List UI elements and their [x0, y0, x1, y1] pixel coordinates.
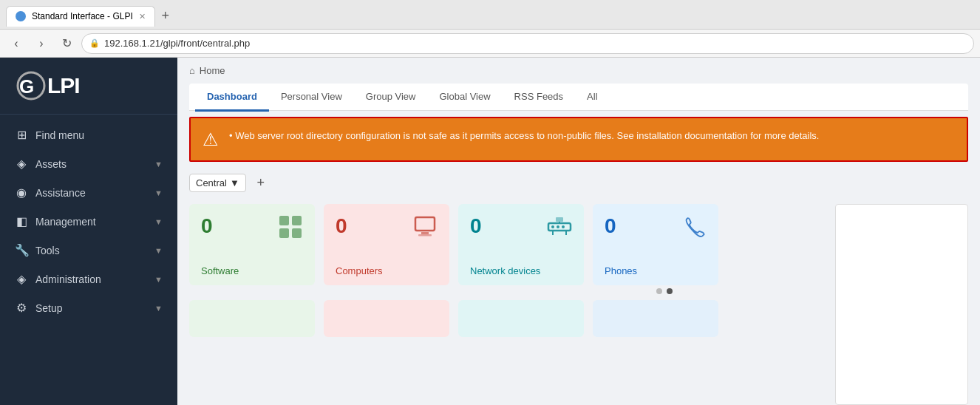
phones-label: Phones	[605, 265, 707, 276]
address-bar-row: ‹ › ↻ 🔒 192.168.1.21/glpi/front/central.…	[0, 30, 980, 58]
add-dashboard-button[interactable]: +	[252, 174, 270, 192]
carousel-dot[interactable]	[656, 288, 662, 294]
tab-favicon	[16, 11, 26, 21]
breadcrumb-label: Home	[200, 65, 225, 76]
setup-icon: ⚙	[15, 301, 28, 315]
right-panel	[835, 204, 968, 405]
sidebar: G LPI ⊞ Find menu ◈ Assets ▼	[0, 58, 177, 405]
tab-rss-feeds[interactable]: RSS Feeds	[503, 84, 575, 112]
svg-rect-13	[556, 217, 563, 222]
card-computers[interactable]: 0 Computers	[324, 204, 449, 285]
svg-point-11	[557, 225, 559, 228]
cards-grid: 0 Software 0	[177, 198, 835, 285]
dashboard-select[interactable]: Central ▼	[189, 174, 246, 192]
sidebar-item-management[interactable]: ◧ Management ▼	[0, 207, 177, 236]
logo-text: LPI	[47, 73, 80, 98]
sidebar-item-label: Management	[35, 216, 96, 228]
sidebar-item-label: Assistance	[35, 187, 86, 199]
bottom-card-blue[interactable]	[593, 300, 718, 337]
computers-label: Computers	[336, 265, 438, 276]
tab-personal-view[interactable]: Personal View	[269, 84, 354, 112]
sidebar-item-label: Assets	[35, 158, 67, 170]
assets-icon: ◈	[15, 157, 28, 171]
browser-tab[interactable]: Standard Interface - GLPI ✕	[6, 6, 155, 27]
tabs-row: Dashboard Personal View Group View Globa…	[189, 84, 968, 110]
svg-rect-2	[279, 216, 289, 225]
dashboard-select-label: Central	[196, 177, 227, 188]
software-icon	[278, 214, 303, 245]
bottom-cards-row	[177, 294, 835, 337]
svg-rect-8	[418, 234, 432, 236]
forward-button[interactable]: ›	[31, 33, 52, 54]
svg-point-10	[551, 225, 554, 228]
new-tab-button[interactable]: +	[155, 6, 176, 27]
chevron-down-icon: ▼	[154, 304, 163, 313]
main-content: ⌂ Home Dashboard Personal View Group Vie…	[177, 58, 980, 405]
sidebar-logo: G LPI	[0, 58, 177, 115]
tab-title: Standard Interface - GLPI	[32, 11, 133, 21]
phones-icon	[681, 214, 707, 245]
chevron-down-icon: ▼	[154, 188, 163, 197]
warning-message: • Web server root directory configuratio…	[229, 129, 819, 143]
svg-point-12	[562, 225, 565, 228]
computers-count: 0	[336, 214, 347, 238]
refresh-button[interactable]: ↻	[56, 33, 77, 54]
tab-group-view[interactable]: Group View	[354, 84, 428, 112]
home-icon: ⌂	[189, 65, 195, 76]
find-menu-icon: ⊞	[15, 128, 28, 142]
breadcrumb: ⌂ Home	[177, 58, 980, 84]
browser-chrome: Standard Interface - GLPI ✕ +	[0, 0, 980, 30]
tab-dashboard[interactable]: Dashboard	[195, 84, 269, 112]
tab-global-view[interactable]: Global View	[427, 84, 502, 112]
sidebar-item-label: Tools	[35, 245, 60, 256]
network-devices-label: Network devices	[470, 265, 572, 276]
glpi-logo-icon: G	[15, 69, 47, 102]
sidebar-item-tools[interactable]: 🔧 Tools ▼	[0, 236, 177, 265]
address-bar[interactable]: 🔒 192.168.1.21/glpi/front/central.php	[81, 33, 974, 54]
sidebar-item-find-menu[interactable]: ⊞ Find menu	[0, 120, 177, 149]
sidebar-menu: ⊞ Find menu ◈ Assets ▼ ◉ Assistance ▼	[0, 115, 177, 405]
card-software[interactable]: 0 Software	[189, 204, 315, 285]
software-count: 0	[201, 214, 213, 238]
card-phones[interactable]: 0 Phones	[593, 204, 718, 285]
phones-count: 0	[605, 214, 616, 238]
tab-bar: Standard Interface - GLPI ✕ +	[6, 3, 176, 27]
chevron-down-icon: ▼	[154, 246, 163, 255]
network-devices-count: 0	[470, 214, 482, 238]
computers-icon	[412, 214, 438, 245]
sidebar-item-label: Administration	[35, 273, 101, 285]
sidebar-item-assets[interactable]: ◈ Assets ▼	[0, 149, 177, 178]
url-text: 192.168.1.21/glpi/front/central.php	[104, 38, 250, 49]
chevron-down-icon: ▼	[154, 160, 163, 169]
chevron-down-icon: ▼	[154, 275, 163, 284]
bottom-card-red[interactable]	[324, 300, 449, 337]
carousel-dot-active[interactable]	[667, 288, 673, 294]
administration-icon: ◈	[15, 272, 28, 286]
tab-close-button[interactable]: ✕	[139, 12, 146, 21]
app-container: G LPI ⊞ Find menu ◈ Assets ▼	[0, 58, 980, 405]
network-devices-icon	[547, 214, 572, 245]
tabs-container: Dashboard Personal View Group View Globa…	[189, 84, 968, 111]
back-button[interactable]: ‹	[6, 33, 27, 54]
carousel-dots	[177, 285, 702, 294]
dashboard-controls: Central ▼ +	[177, 168, 980, 198]
svg-rect-3	[292, 216, 302, 225]
dropdown-icon: ▼	[230, 177, 239, 188]
bottom-card-green[interactable]	[189, 300, 315, 337]
svg-rect-5	[292, 228, 302, 238]
software-label: Software	[201, 265, 303, 276]
cards-area: 0 Software 0	[177, 198, 835, 405]
svg-rect-7	[421, 232, 429, 234]
sidebar-item-assistance[interactable]: ◉ Assistance ▼	[0, 178, 177, 207]
bottom-card-teal[interactable]	[458, 300, 584, 337]
svg-text:G: G	[19, 75, 34, 98]
content-area: 0 Software 0	[177, 198, 980, 405]
svg-rect-6	[415, 217, 435, 231]
card-network-devices[interactable]: 0 Network devices	[458, 204, 584, 285]
tab-all[interactable]: All	[575, 84, 609, 112]
assistance-icon: ◉	[15, 186, 28, 200]
sidebar-item-label: Find menu	[35, 129, 84, 141]
warning-banner: ⚠ • Web server root directory configurat…	[189, 117, 968, 162]
sidebar-item-administration[interactable]: ◈ Administration ▼	[0, 265, 177, 293]
sidebar-item-setup[interactable]: ⚙ Setup ▼	[0, 293, 177, 322]
